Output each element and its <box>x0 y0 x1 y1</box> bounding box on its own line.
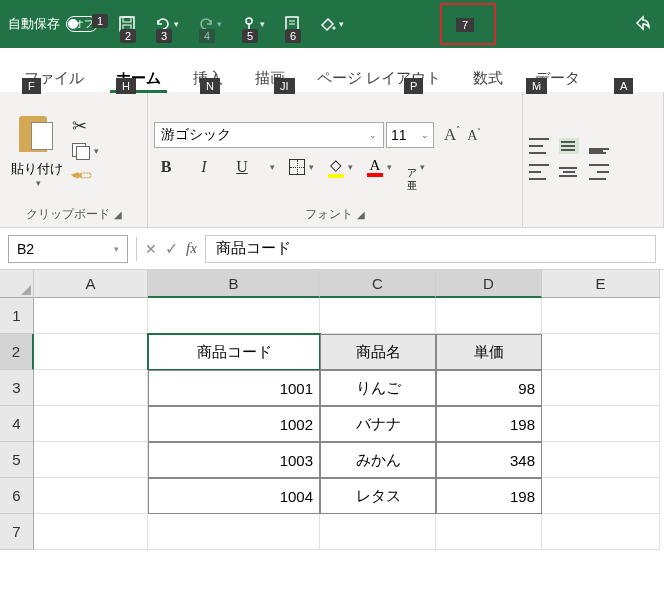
align-center-button[interactable] <box>559 164 579 180</box>
key-badge-4: 4 <box>199 29 215 43</box>
undo-button[interactable]: ▾ 3 <box>154 15 179 33</box>
tab-layout[interactable]: ページ レイアウト <box>303 63 455 92</box>
copy-icon <box>72 143 90 159</box>
key-badge-6: 6 <box>285 29 301 43</box>
cell[interactable] <box>542 334 660 370</box>
cell[interactable]: りんご <box>320 370 436 406</box>
align-right-button[interactable] <box>589 164 609 180</box>
cell[interactable]: 198 <box>436 478 542 514</box>
tab-formula[interactable]: 数式 <box>459 63 517 92</box>
fx-button[interactable]: fx <box>186 240 197 257</box>
clipboard-launcher[interactable]: ◢ <box>114 209 122 220</box>
row-header-6[interactable]: 6 <box>0 478 34 514</box>
enter-formula-button[interactable]: ✓ <box>165 239 178 258</box>
touch-mode-button[interactable]: ▾ 5 <box>240 15 265 33</box>
autosave-label: 自動保存 <box>8 15 60 33</box>
row-header-2[interactable]: 2 <box>0 334 34 370</box>
brush-icon: 🖌 <box>67 161 95 189</box>
cell-D2[interactable]: 単価 <box>436 334 542 370</box>
bold-button[interactable]: B <box>154 158 178 176</box>
align-bottom-button[interactable] <box>589 138 609 154</box>
font-size-select[interactable]: 11⌄ <box>386 122 434 148</box>
font-name-select[interactable]: 游ゴシック⌄ <box>154 122 384 148</box>
tab-data[interactable]: データ <box>521 63 594 92</box>
col-header-C[interactable]: C <box>320 270 436 298</box>
key-badge-2: 2 <box>120 29 136 43</box>
cell[interactable]: 1001 <box>148 370 320 406</box>
print-preview-button[interactable]: 6 <box>283 15 301 33</box>
cut-button[interactable]: ✂ <box>72 115 99 137</box>
save-button[interactable]: 2 <box>118 15 136 33</box>
fill-color-button[interactable]: ◇ ▾ <box>328 156 353 178</box>
cell[interactable] <box>34 298 148 334</box>
cell-B2[interactable]: 商品コード <box>148 334 320 370</box>
cell[interactable] <box>542 478 660 514</box>
phonetic-button[interactable]: ア亜▾ <box>406 162 425 173</box>
shrink-font-button[interactable]: A˅ <box>467 127 481 144</box>
key-badge-3: 3 <box>156 29 172 43</box>
cell[interactable]: 1002 <box>148 406 320 442</box>
italic-button[interactable]: I <box>192 158 216 176</box>
row-header-4[interactable]: 4 <box>0 406 34 442</box>
align-middle-button[interactable] <box>559 138 579 154</box>
row-header-5[interactable]: 5 <box>0 442 34 478</box>
cell[interactable] <box>34 334 148 370</box>
borders-button[interactable]: ▾ <box>289 159 314 175</box>
cell[interactable] <box>542 370 660 406</box>
redo-button[interactable]: ▾ 4 <box>197 15 222 33</box>
font-color-button[interactable]: A ▾ <box>367 158 392 177</box>
cell[interactable] <box>34 478 148 514</box>
col-header-D[interactable]: D <box>436 270 542 298</box>
cell[interactable]: 98 <box>436 370 542 406</box>
share-button[interactable] <box>634 14 652 35</box>
cell[interactable]: 1003 <box>148 442 320 478</box>
font-launcher[interactable]: ◢ <box>357 209 365 220</box>
cell[interactable] <box>148 298 320 334</box>
cell[interactable]: レタス <box>320 478 436 514</box>
align-top-button[interactable] <box>529 138 549 154</box>
align-left-button[interactable] <box>529 164 549 180</box>
format-painter-button[interactable]: 🖌 <box>72 165 99 186</box>
col-header-A[interactable]: A <box>34 270 148 298</box>
cell[interactable] <box>34 370 148 406</box>
underline-button[interactable]: U <box>230 158 254 176</box>
cell[interactable]: みかん <box>320 442 436 478</box>
font-color-icon: A <box>370 158 381 173</box>
cell[interactable] <box>320 514 436 550</box>
cancel-formula-button[interactable]: ✕ <box>145 241 157 257</box>
row-header-3[interactable]: 3 <box>0 370 34 406</box>
grow-font-button[interactable]: A˄ <box>444 125 461 145</box>
cell[interactable] <box>34 514 148 550</box>
formula-input[interactable]: 商品コード <box>205 235 656 263</box>
col-header-E[interactable]: E <box>542 270 660 298</box>
cell[interactable] <box>542 406 660 442</box>
cell[interactable]: バナナ <box>320 406 436 442</box>
cell[interactable] <box>436 514 542 550</box>
autosave-toggle[interactable]: 自動保存 オフ <box>8 15 98 33</box>
copy-button[interactable]: ▾ <box>72 143 99 159</box>
cell[interactable]: 198 <box>436 406 542 442</box>
cell[interactable]: 1004 <box>148 478 320 514</box>
cell[interactable] <box>34 442 148 478</box>
cell[interactable] <box>542 298 660 334</box>
row-header-7[interactable]: 7 <box>0 514 34 550</box>
cell[interactable] <box>34 406 148 442</box>
name-box[interactable]: B2▾ <box>8 235 128 263</box>
cell[interactable] <box>542 442 660 478</box>
paste-button[interactable]: 貼り付け ▾ <box>6 112 68 188</box>
select-all-corner[interactable] <box>0 270 34 298</box>
paste-icon <box>19 112 55 156</box>
cell[interactable]: 348 <box>436 442 542 478</box>
cell[interactable] <box>542 514 660 550</box>
format-painter-qat[interactable]: ▾ <box>319 15 344 33</box>
bucket-icon <box>319 15 337 33</box>
row-header-1[interactable]: 1 <box>0 298 34 334</box>
cell[interactable] <box>320 298 436 334</box>
scissors-icon: ✂ <box>72 115 87 137</box>
cell-C2[interactable]: 商品名 <box>320 334 436 370</box>
cell[interactable] <box>148 514 320 550</box>
tab-home[interactable]: ホーム <box>102 63 175 92</box>
cell[interactable] <box>436 298 542 334</box>
spreadsheet-grid: A B C D E 1 2 商品コード 商品名 単価 3 1001 りんご 98… <box>0 270 664 550</box>
col-header-B[interactable]: B <box>148 270 320 298</box>
